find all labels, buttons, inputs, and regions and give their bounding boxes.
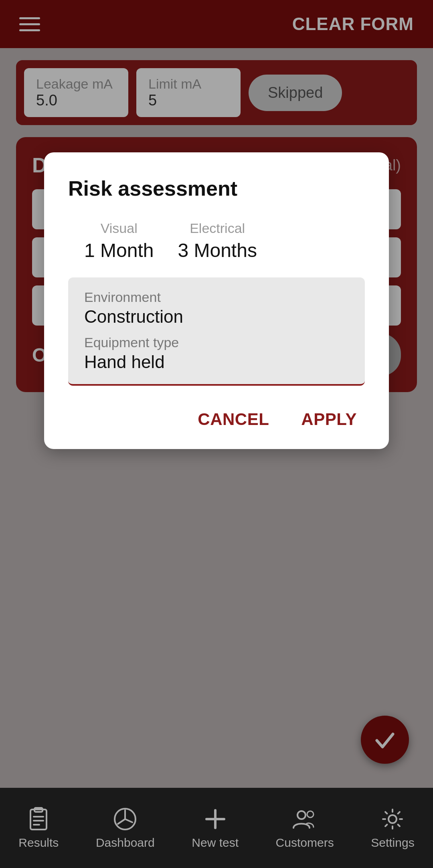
equipment-type-value: Hand held	[84, 352, 349, 372]
nav-label-results: Results	[18, 836, 59, 850]
nav-item-dashboard[interactable]: Dashboard	[96, 806, 155, 850]
electrical-col: Electrical 3 Months	[178, 221, 257, 261]
equipment-type-label: Equipment type	[84, 335, 349, 350]
nav-label-new-test: New test	[192, 836, 239, 850]
electrical-value: 3 Months	[178, 239, 257, 261]
svg-point-10	[388, 815, 397, 823]
gear-icon	[380, 806, 405, 832]
nav-label-customers: Customers	[276, 836, 334, 850]
dialog-actions: CANCEL APPLY	[68, 402, 365, 433]
electrical-label: Electrical	[190, 221, 245, 236]
visual-col: Visual 1 Month	[84, 221, 154, 261]
bottom-nav: Results Dashboard New test Customers	[0, 788, 433, 868]
svg-point-8	[297, 811, 306, 819]
apply-button[interactable]: APPLY	[293, 406, 365, 433]
users-icon	[292, 806, 318, 832]
dialog-details-box: Environment Construction Equipment type …	[68, 277, 365, 386]
clipboard-icon	[26, 806, 51, 832]
svg-point-9	[307, 811, 314, 817]
chart-icon	[112, 806, 138, 832]
nav-item-customers[interactable]: Customers	[276, 806, 334, 850]
dialog-title: Risk assessment	[68, 176, 365, 200]
cancel-button[interactable]: CANCEL	[190, 406, 277, 433]
dialog-overlay: Risk assessment Visual 1 Month Electrica…	[0, 0, 433, 788]
visual-label: Visual	[101, 221, 138, 236]
dialog-columns: Visual 1 Month Electrical 3 Months	[68, 221, 365, 261]
nav-item-results[interactable]: Results	[18, 806, 59, 850]
nav-item-new-test[interactable]: New test	[192, 806, 239, 850]
environment-value: Construction	[84, 307, 349, 327]
plus-icon	[202, 806, 228, 832]
nav-label-settings: Settings	[371, 836, 414, 850]
visual-value: 1 Month	[84, 239, 154, 261]
nav-item-settings[interactable]: Settings	[371, 806, 414, 850]
nav-label-dashboard: Dashboard	[96, 836, 155, 850]
risk-assessment-dialog: Risk assessment Visual 1 Month Electrica…	[44, 152, 389, 449]
environment-label: Environment	[84, 289, 349, 305]
